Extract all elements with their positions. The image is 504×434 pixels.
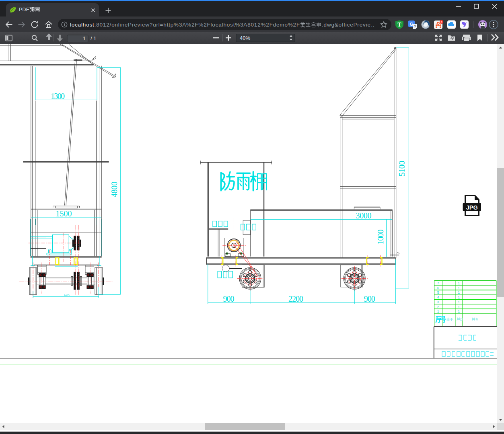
svg-text:7: 7 [437,281,439,285]
svg-text:1300: 1300 [51,92,65,101]
svg-text:1: 1 [437,309,439,313]
svg-text:/ 1: / 1 [91,35,96,41]
svg-text:3000: 3000 [356,211,372,220]
svg-text:5: 5 [437,290,439,294]
svg-text:4800: 4800 [110,182,119,197]
svg-text:6: 6 [437,286,439,290]
svg-text:1500: 1500 [56,209,72,218]
svg-text:2200: 2200 [288,294,303,303]
svg-text:1435: 1435 [64,294,70,297]
svg-text:1: 1 [458,300,460,304]
svg-text:900: 900 [223,294,235,303]
svg-text:2: 2 [437,305,439,309]
svg-text:1000: 1000 [376,230,385,245]
svg-text:1: 1 [83,35,86,41]
svg-text:1: 1 [458,295,460,299]
svg-text:1: 1 [458,290,460,294]
svg-text:1: 1 [458,305,460,309]
svg-text:5100: 5100 [397,161,406,177]
svg-text:T: T [397,22,401,28]
svg-text:G: G [410,22,413,27]
svg-text:900: 900 [364,294,375,303]
svg-text:40%: 40% [240,35,250,41]
svg-text:3: 3 [437,300,439,304]
svg-text:1: 1 [458,286,460,290]
svg-text:1: 1 [458,281,460,285]
svg-text:4: 4 [437,295,439,299]
svg-text:JPG: JPG [466,204,478,211]
svg-text:1: 1 [458,309,460,313]
